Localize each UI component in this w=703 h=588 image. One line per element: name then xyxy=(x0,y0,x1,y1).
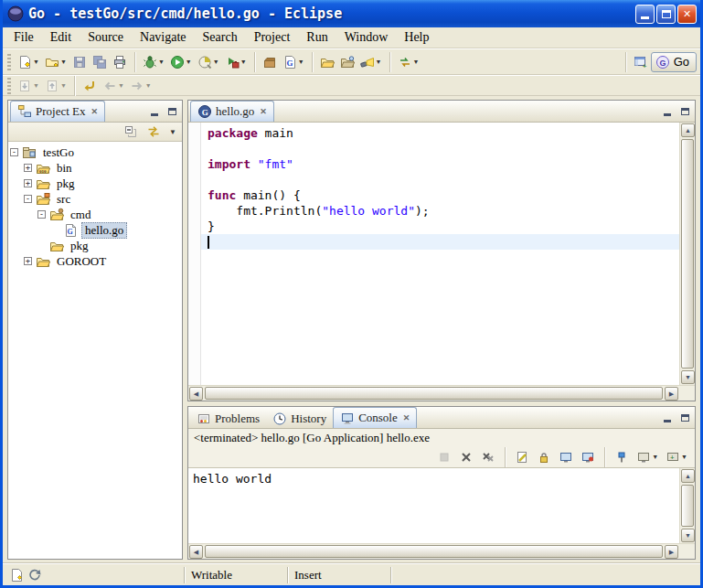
editor-horizontal-scrollbar[interactable]: ◀ ▶ xyxy=(188,385,695,401)
code-line[interactable]: func main() { xyxy=(201,187,679,203)
save-all-button[interactable] xyxy=(90,51,110,73)
console-vertical-scrollbar[interactable]: ▲ ▼ xyxy=(679,468,695,543)
maximize-view-button[interactable] xyxy=(676,411,693,425)
clear-console-button[interactable] xyxy=(512,448,532,467)
menu-run[interactable]: Run xyxy=(298,28,336,47)
scrollbar-thumb[interactable] xyxy=(205,387,663,400)
open-project-button[interactable] xyxy=(337,51,357,73)
menu-edit[interactable]: Edit xyxy=(42,28,80,47)
collapse-icon[interactable]: - xyxy=(37,210,46,219)
back-button[interactable]: ▼ xyxy=(100,77,127,95)
annotation-ruler[interactable] xyxy=(188,123,201,385)
scroll-left-icon[interactable]: ◀ xyxy=(189,545,203,559)
close-tab-icon[interactable]: ✕ xyxy=(91,107,99,116)
coverage-button[interactable]: ▼ xyxy=(195,51,222,73)
perspective-go-button[interactable]: G Go xyxy=(651,52,697,72)
scrollbar-thumb[interactable] xyxy=(681,139,694,369)
minimize-button[interactable] xyxy=(635,5,655,24)
show-stderr-button[interactable] xyxy=(578,448,598,467)
search-button[interactable]: ▼ xyxy=(357,51,385,73)
tab-history[interactable]: History xyxy=(266,409,333,428)
scrollbar-thumb[interactable] xyxy=(681,485,694,527)
new-go-package-button[interactable] xyxy=(260,51,280,73)
expand-icon[interactable]: + xyxy=(24,179,32,187)
open-resource-button[interactable] xyxy=(317,51,337,73)
debug-button[interactable]: ▼ xyxy=(140,51,167,73)
toolbar-grip[interactable] xyxy=(7,78,11,94)
open-perspective-button[interactable]: + xyxy=(631,51,651,73)
team-sync-button[interactable]: ▼ xyxy=(395,51,422,73)
maximize-view-button[interactable] xyxy=(676,104,693,119)
tab-problems[interactable]: Problems xyxy=(190,409,266,428)
code-line[interactable]: } xyxy=(201,219,679,234)
tab-hello-go[interactable]: G hello.go ✕ xyxy=(190,101,274,122)
tree-item-pkg[interactable]: pkg xyxy=(10,238,182,253)
menu-help[interactable]: Help xyxy=(396,28,437,47)
titlebar[interactable]: Go - testGo/src/cmd/hello.go - Eclipse ✕ xyxy=(3,0,700,27)
code-line[interactable] xyxy=(201,172,679,187)
scroll-up-icon[interactable]: ▲ xyxy=(681,469,695,483)
scroll-right-icon[interactable]: ▶ xyxy=(665,545,678,559)
console-output[interactable]: hello world xyxy=(188,468,679,543)
code-line[interactable] xyxy=(201,234,679,250)
tree-item-hello-go[interactable]: Ghello.go xyxy=(10,222,182,238)
statusbar-icon-1[interactable] xyxy=(9,568,24,583)
terminate-button[interactable] xyxy=(434,448,454,467)
code-line[interactable]: package main xyxy=(201,125,679,141)
maximize-button[interactable] xyxy=(656,5,676,24)
tab-console[interactable]: Console✕ xyxy=(333,407,417,428)
maximize-view-button[interactable] xyxy=(164,104,180,119)
remove-all-launches-button[interactable] xyxy=(478,448,498,467)
minimize-view-button[interactable] xyxy=(146,104,163,119)
minimize-view-button[interactable] xyxy=(659,411,676,425)
close-tab-icon[interactable]: ✕ xyxy=(260,107,267,116)
link-with-editor-button[interactable] xyxy=(144,123,164,141)
view-menu-icon[interactable]: ▼ xyxy=(166,128,179,136)
new-go-element-button[interactable]: G▼ xyxy=(280,51,307,73)
editor-vertical-scrollbar[interactable]: ▲ ▼ xyxy=(679,123,695,385)
tree-item-src[interactable]: -src xyxy=(10,191,182,207)
pin-console-button[interactable] xyxy=(612,448,632,467)
collapse-icon[interactable]: - xyxy=(24,195,32,203)
console-horizontal-scrollbar[interactable]: ◀ ▶ xyxy=(188,543,695,559)
external-tools-button[interactable]: ▼ xyxy=(222,51,250,73)
menu-project[interactable]: Project xyxy=(246,28,299,47)
code-line[interactable] xyxy=(201,141,679,156)
toolbar-grip[interactable] xyxy=(7,54,11,70)
scroll-left-icon[interactable]: ◀ xyxy=(189,387,203,401)
code-line[interactable]: fmt.Println("hello world"); xyxy=(201,203,679,219)
print-button[interactable] xyxy=(110,51,130,73)
statusbar-icon-2[interactable] xyxy=(27,568,41,583)
last-edit-location-button[interactable] xyxy=(80,77,100,95)
menu-source[interactable]: Source xyxy=(80,28,132,47)
expand-icon[interactable]: + xyxy=(24,257,32,265)
code-line[interactable]: import "fmt" xyxy=(201,156,679,172)
scrollbar-thumb[interactable] xyxy=(205,545,663,558)
scroll-down-icon[interactable]: ▼ xyxy=(681,529,695,542)
close-tab-icon[interactable]: ✕ xyxy=(403,413,410,422)
remove-launch-button[interactable] xyxy=(456,448,476,467)
tab-project-explorer[interactable]: Project Ex ✕ xyxy=(10,101,105,122)
menu-file[interactable]: File xyxy=(5,28,42,47)
minimize-view-button[interactable] xyxy=(659,104,676,119)
run-button[interactable]: ▼ xyxy=(167,51,195,73)
collapse-icon[interactable]: - xyxy=(10,148,18,156)
tree-item-cmd[interactable]: -cmd xyxy=(10,207,182,222)
collapse-all-button[interactable] xyxy=(121,123,141,141)
menu-window[interactable]: Window xyxy=(336,28,397,47)
expand-icon[interactable]: + xyxy=(24,164,32,172)
show-stdout-button[interactable] xyxy=(556,448,576,467)
tree-item-pkg[interactable]: +pkg xyxy=(10,176,182,191)
scroll-up-icon[interactable]: ▲ xyxy=(681,123,695,137)
close-button[interactable]: ✕ xyxy=(677,5,697,24)
next-annotation-button[interactable]: ▼ xyxy=(15,77,42,95)
menu-navigate[interactable]: Navigate xyxy=(132,28,195,47)
scroll-down-icon[interactable]: ▼ xyxy=(681,370,695,384)
menu-search[interactable]: Search xyxy=(195,28,246,47)
new-wizard-button[interactable]: ▼ xyxy=(15,51,42,73)
open-console-button[interactable]: +▼ xyxy=(663,448,690,467)
scroll-lock-button[interactable] xyxy=(534,448,554,467)
forward-button[interactable]: ▼ xyxy=(127,77,154,95)
scroll-right-icon[interactable]: ▶ xyxy=(665,387,678,401)
code-area[interactable]: package mainimport "fmt"func main() { fm… xyxy=(201,123,679,385)
